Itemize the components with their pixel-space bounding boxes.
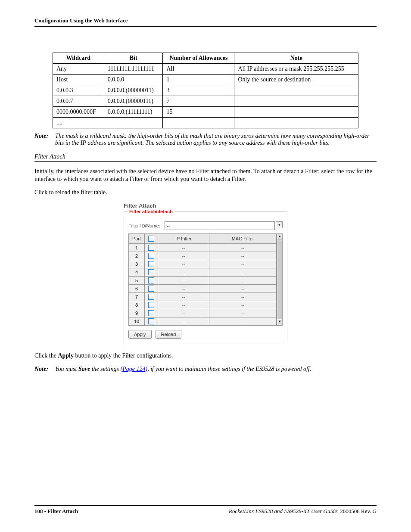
- table-cell: 7: [163, 96, 234, 107]
- ipfilter-cell: --: [158, 317, 209, 326]
- checkbox-icon[interactable]: [148, 310, 154, 316]
- checkbox-icon[interactable]: [148, 302, 154, 308]
- note2-text: You must Save the settings (Page 124), i…: [55, 366, 377, 373]
- macfilter-cell: --: [209, 301, 277, 309]
- table-row[interactable]: 7----: [129, 293, 277, 301]
- apply-pre: Click the: [34, 352, 58, 359]
- page-link[interactable]: Page 124: [122, 366, 145, 372]
- macfilter-cell: --: [209, 293, 277, 301]
- table-cell: 0.0.0.7: [53, 96, 104, 107]
- apply-post: button to apply the Filter configuration…: [74, 352, 173, 359]
- ipfilter-cell: --: [158, 301, 209, 309]
- port-cell: 6: [129, 284, 145, 292]
- checkbox-cell[interactable]: [145, 252, 158, 260]
- page-header: Configuration Using the Web Interface: [34, 17, 377, 27]
- table-cell: 0.0.0.0.(11111111): [104, 107, 163, 118]
- table-cell: [104, 118, 163, 128]
- table-row[interactable]: 9----: [129, 309, 277, 317]
- table-cell: ....: [53, 118, 104, 128]
- page-footer: 108 - Filter Attach RocketLinx ES9528 an…: [34, 505, 377, 515]
- table-cell: [234, 96, 358, 107]
- footer-product: RocketLinx ES9528 and ES9528-XT User Gui…: [229, 508, 337, 514]
- scrollbar[interactable]: ▲ ▼: [277, 233, 283, 326]
- fieldset-legend: Filter attach/detach: [128, 209, 174, 214]
- checkbox-cell[interactable]: [145, 268, 158, 276]
- port-cell: 4: [129, 268, 145, 276]
- para-apply: Click the Apply button to apply the Filt…: [34, 352, 377, 360]
- checkbox-cell[interactable]: [145, 317, 158, 326]
- checkbox-icon[interactable]: [148, 286, 154, 292]
- port-cell: 8: [129, 301, 145, 309]
- table-row[interactable]: 8----: [129, 301, 277, 309]
- checkbox-icon[interactable]: [148, 236, 154, 242]
- checkbox-cell[interactable]: [145, 260, 158, 268]
- table-cell: All IP addresses or a mask 255.255.255.2…: [234, 64, 358, 75]
- note-save: Note: You must Save the settings (Page 1…: [34, 366, 377, 373]
- table-row[interactable]: 3----: [129, 260, 277, 268]
- wildcard-th-note: Note: [234, 53, 358, 64]
- macfilter-cell: --: [209, 243, 277, 252]
- wildcard-table: Wildcard Bit Number of Allowances Note A…: [53, 53, 358, 128]
- checkbox-icon[interactable]: [148, 261, 154, 267]
- reload-button[interactable]: Reload: [156, 330, 182, 339]
- note2-mid: the settings (: [90, 366, 122, 372]
- table-cell: 0.0.0.0.(00000011): [104, 85, 163, 96]
- table-row[interactable]: 1----: [129, 243, 277, 252]
- apply-button[interactable]: Apply: [128, 330, 152, 339]
- port-cell: 7: [129, 293, 145, 301]
- checkbox-icon[interactable]: [148, 253, 154, 259]
- filter-idname-input[interactable]: --: [165, 221, 275, 230]
- checkbox-icon[interactable]: [148, 294, 154, 300]
- port-th-checkbox[interactable]: [145, 233, 158, 243]
- filter-idname-label: Filter ID/Name:: [128, 223, 160, 228]
- chevron-down-icon[interactable]: ▾: [276, 221, 283, 228]
- table-cell: [163, 118, 234, 128]
- checkbox-icon[interactable]: [148, 269, 154, 275]
- table-row[interactable]: 4----: [129, 268, 277, 276]
- table-row[interactable]: 10----: [129, 317, 277, 326]
- port-cell: 2: [129, 252, 145, 260]
- checkbox-cell[interactable]: [145, 243, 158, 252]
- checkbox-cell[interactable]: [145, 276, 158, 284]
- table-cell: [234, 118, 358, 128]
- macfilter-cell: --: [209, 268, 277, 276]
- ipfilter-cell: --: [158, 276, 209, 284]
- table-row[interactable]: 6----: [129, 284, 277, 292]
- macfilter-cell: --: [209, 252, 277, 260]
- ipfilter-cell: --: [158, 243, 209, 252]
- checkbox-cell[interactable]: [145, 301, 158, 309]
- ipfilter-cell: --: [158, 260, 209, 268]
- apply-bold: Apply: [58, 352, 74, 359]
- note2-label: Note:: [34, 366, 53, 373]
- footer-left: 108 - Filter Attach: [34, 508, 78, 515]
- checkbox-cell[interactable]: [145, 284, 158, 292]
- para-initial: Initially, the interfaces associated wit…: [34, 168, 377, 183]
- footer-rev: : 2000508 Rev. G: [337, 508, 377, 514]
- port-cell: 1: [129, 243, 145, 252]
- note2-post: ), if you want to maintain these setting…: [145, 366, 311, 372]
- table-cell: 3: [163, 85, 234, 96]
- table-cell: 11111111.11111111: [104, 64, 163, 75]
- port-cell: 9: [129, 309, 145, 317]
- wildcard-th-wildcard: Wildcard: [53, 53, 104, 64]
- scroll-up-icon[interactable]: ▲: [277, 234, 282, 240]
- table-cell: Only the source or destination: [234, 75, 358, 85]
- note-text: The mask is a wildcard mask: the high-or…: [55, 133, 377, 146]
- table-cell: [234, 85, 358, 96]
- para-click-reload: Click to reload the filter table.: [34, 189, 377, 196]
- table-cell: [234, 107, 358, 118]
- scroll-down-icon[interactable]: ▼: [277, 319, 282, 325]
- checkbox-cell[interactable]: [145, 293, 158, 301]
- scroll-thumb[interactable]: [277, 240, 282, 319]
- table-cell: 0.0.0.0.(00000111): [104, 96, 163, 107]
- macfilter-cell: --: [209, 284, 277, 292]
- checkbox-icon[interactable]: [148, 318, 154, 324]
- checkbox-icon[interactable]: [148, 277, 154, 283]
- macfilter-cell: --: [209, 260, 277, 268]
- table-cell: Any: [53, 64, 104, 75]
- checkbox-icon[interactable]: [148, 245, 154, 251]
- checkbox-cell[interactable]: [145, 309, 158, 317]
- table-row[interactable]: 5----: [129, 276, 277, 284]
- table-row[interactable]: 2----: [129, 252, 277, 260]
- ipfilter-cell: --: [158, 252, 209, 260]
